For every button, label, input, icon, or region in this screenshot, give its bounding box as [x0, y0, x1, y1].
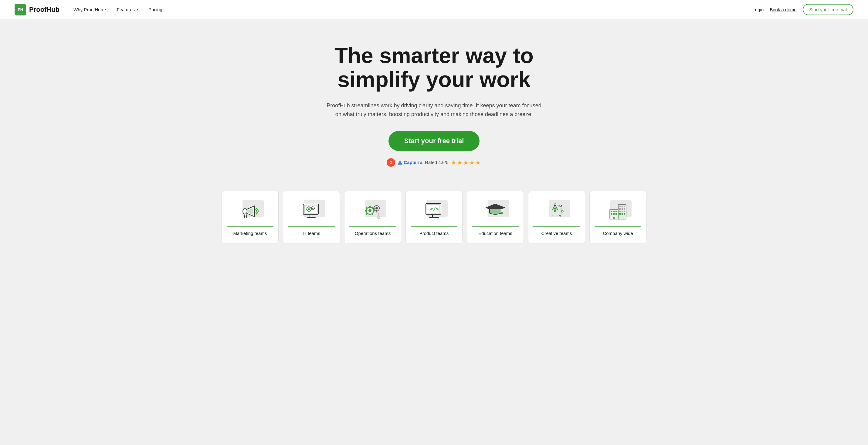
- svg-rect-70: [613, 213, 615, 215]
- team-card-education[interactable]: Education teams: [467, 191, 524, 243]
- g2-badge: G: [386, 158, 395, 167]
- svg-rect-13: [313, 209, 313, 210]
- svg-rect-71: [616, 213, 617, 215]
- operations-icon-wrap: [359, 200, 386, 221]
- svg-rect-69: [611, 213, 612, 215]
- svg-point-11: [312, 208, 313, 209]
- nav-item-pricing[interactable]: Pricing: [144, 5, 166, 14]
- product-icon-wrap: </>: [420, 200, 448, 221]
- logo[interactable]: PH ProofHub: [14, 4, 60, 15]
- nav-trial-button[interactable]: Start your free trial: [803, 4, 854, 15]
- navbar-right: Login Book a demo Start your free trial: [753, 4, 854, 15]
- svg-rect-72: [613, 217, 615, 219]
- nav-item-why[interactable]: Why ProofHub ▾: [69, 5, 111, 14]
- svg-rect-58: [624, 208, 625, 210]
- svg-line-50: [561, 206, 562, 211]
- team-label-it: IT teams: [288, 227, 335, 236]
- hero-section: The smarter way to simplify your work Pr…: [0, 20, 868, 185]
- logo-initials: PH: [18, 7, 23, 12]
- svg-point-27: [375, 207, 378, 209]
- company-icon-wrap: [604, 200, 631, 221]
- teams-grid: Marketing teams: [222, 191, 646, 243]
- svg-rect-18: [369, 206, 371, 208]
- hero-subtitle: ProofHub streamlines work by driving cla…: [325, 101, 543, 119]
- svg-rect-24: [365, 213, 367, 215]
- education-icon-wrap: [482, 200, 509, 221]
- hero-title: The smarter way to simplify your work: [298, 44, 570, 92]
- svg-rect-6: [308, 206, 310, 207]
- company-icon: [607, 202, 628, 220]
- team-label-education: Education teams: [472, 227, 519, 236]
- team-card-it[interactable]: IT teams: [283, 191, 340, 243]
- svg-rect-54: [622, 206, 623, 207]
- team-label-operations: Operations teams: [349, 227, 396, 236]
- nav-item-features[interactable]: Features ▾: [113, 5, 142, 14]
- book-demo-link[interactable]: Book a demo: [770, 7, 796, 12]
- it-icon-wrap: [298, 200, 325, 221]
- svg-point-0: [243, 209, 247, 214]
- team-card-company[interactable]: Company wide: [589, 191, 646, 243]
- svg-point-32: [377, 216, 380, 218]
- ratings-text: Rated 4.6/5: [425, 160, 448, 165]
- svg-rect-62: [619, 213, 621, 215]
- team-label-creative: Creative teams: [533, 227, 580, 236]
- chevron-down-icon: ▾: [136, 8, 138, 11]
- education-icon: [485, 202, 506, 220]
- hero-cta-button[interactable]: Start your free trial: [389, 131, 480, 151]
- marketing-icon-wrap: [237, 200, 264, 221]
- svg-text:</>: </>: [430, 206, 439, 212]
- svg-rect-57: [622, 208, 623, 210]
- marketing-icon: [240, 202, 261, 220]
- svg-rect-64: [624, 213, 625, 215]
- svg-point-5: [308, 208, 310, 210]
- svg-rect-59: [619, 211, 621, 212]
- it-icon: [301, 202, 322, 220]
- product-icon: </>: [423, 202, 445, 220]
- svg-rect-56: [619, 208, 621, 210]
- team-card-operations[interactable]: Operations teams: [344, 191, 401, 243]
- svg-rect-60: [622, 211, 623, 212]
- svg-rect-15: [314, 208, 315, 209]
- svg-rect-63: [622, 213, 623, 215]
- svg-rect-7: [308, 211, 310, 212]
- svg-rect-25: [371, 213, 373, 215]
- hero-ratings: G Capterra Rated 4.6/5 ★★★★★: [6, 158, 862, 167]
- svg-rect-66: [611, 211, 612, 212]
- star-rating: ★★★★★: [451, 159, 482, 166]
- svg-point-42: [554, 209, 556, 212]
- svg-rect-67: [613, 211, 615, 212]
- team-label-product: Product teams: [411, 227, 457, 236]
- svg-point-17: [368, 209, 371, 212]
- team-label-company: Company wide: [594, 227, 641, 236]
- team-label-marketing: Marketing teams: [227, 227, 274, 236]
- svg-rect-19: [369, 214, 371, 215]
- svg-rect-29: [376, 210, 377, 212]
- team-card-creative[interactable]: Creative teams: [528, 191, 585, 243]
- svg-rect-55: [624, 206, 625, 207]
- svg-rect-30: [373, 207, 374, 209]
- chevron-down-icon: ▾: [105, 8, 106, 11]
- svg-rect-31: [379, 207, 380, 209]
- team-card-product[interactable]: </> Product teams: [405, 191, 463, 243]
- svg-rect-20: [365, 210, 367, 212]
- svg-rect-61: [624, 211, 625, 212]
- creative-icon-wrap: [543, 200, 570, 221]
- svg-rect-8: [306, 209, 307, 210]
- svg-rect-53: [619, 206, 621, 207]
- operations-icon: [362, 202, 383, 220]
- capterra-badge: Capterra: [398, 160, 423, 165]
- svg-line-51: [560, 211, 562, 216]
- logo-name: ProofHub: [29, 6, 60, 14]
- capterra-icon: [398, 160, 402, 165]
- login-link[interactable]: Login: [753, 7, 764, 12]
- svg-rect-12: [313, 206, 313, 207]
- nav-menu: Why ProofHub ▾ Features ▾ Pricing: [69, 5, 752, 14]
- svg-rect-68: [616, 211, 617, 212]
- team-card-marketing[interactable]: Marketing teams: [222, 191, 279, 243]
- logo-icon: PH: [14, 4, 26, 15]
- creative-icon: [546, 202, 567, 220]
- navbar: PH ProofHub Why ProofHub ▾ Features ▾ Pr…: [0, 0, 868, 20]
- teams-section: Marketing teams: [0, 185, 868, 262]
- svg-rect-14: [311, 208, 312, 209]
